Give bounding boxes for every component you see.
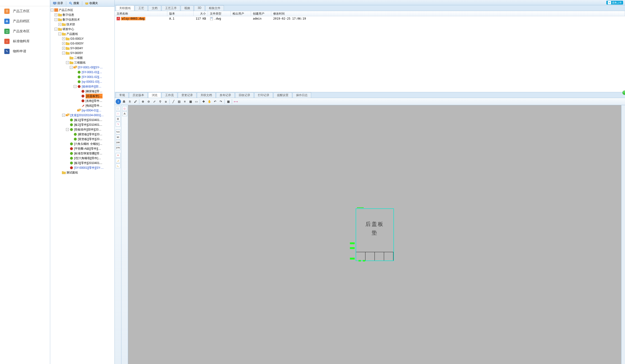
- layer-button[interactable]: ▤: [176, 99, 182, 104]
- tree-node[interactable]: 测试图纸: [51, 170, 114, 175]
- tab-video[interactable]: 视频: [181, 5, 194, 11]
- subtab-oplog[interactable]: 操作日志: [293, 92, 311, 98]
- tree-node-part[interactable]: [竖垫板][零件][20…: [51, 137, 114, 142]
- tree-node[interactable]: − 数字信息技术: [51, 17, 114, 22]
- tree-node-part[interactable]: [电线][零件…: [51, 103, 114, 108]
- info-button[interactable]: i: [116, 99, 121, 104]
- tree-node[interactable]: + SY-0004Y: [51, 46, 114, 51]
- print-button[interactable]: 🖶: [122, 99, 127, 104]
- tree-node-assembly[interactable]: − [垫板组件][部件][20…: [51, 127, 114, 132]
- tree-node-part[interactable]: [sy-00001-03]…: [51, 79, 114, 84]
- nav-item-publish[interactable]: ◫ 产品发布区: [0, 26, 50, 36]
- subtab-recycle[interactable]: 回收记录: [235, 92, 254, 98]
- quick-upload-button[interactable]: ∞ 提换上传: [606, 1, 623, 4]
- expander-icon[interactable]: −: [55, 18, 57, 21]
- tree-node[interactable]: + 数字信息: [51, 12, 114, 17]
- tree-node-part[interactable]: [板3][零件][2010401…: [51, 161, 114, 165]
- tree-node-part[interactable]: [橡胶板][零…: [51, 89, 114, 94]
- col-checkout[interactable]: 检出用户: [231, 11, 251, 16]
- tree-node-part[interactable]: [横垫板][零件][20…: [51, 132, 114, 137]
- subtab-workflow[interactable]: 工作流: [161, 92, 177, 98]
- tree-node[interactable]: − 三维图纸: [51, 60, 114, 65]
- vt-rot90-icon[interactable]: 90: [116, 135, 121, 140]
- nav-collapse-strip[interactable]: [0, 2, 50, 6]
- col-name[interactable]: 文档名称: [115, 11, 167, 16]
- vt2-tool2-icon[interactable]: 共: [122, 111, 127, 116]
- tree-node-part[interactable]: [六角头螺栓 全螺纹]…: [51, 142, 114, 146]
- tree-node-part[interactable]: [名称][零件…: [51, 98, 114, 103]
- file-row[interactable]: wlsy-0003.dwg A.1 117 KB .dwg admin 2019…: [115, 16, 625, 21]
- catalog-button[interactable]: 目录: [51, 1, 65, 6]
- redo-button[interactable]: ↷: [218, 99, 223, 104]
- zoom-window-button[interactable]: ⧈: [163, 99, 168, 104]
- expander-icon[interactable]: −: [74, 85, 76, 88]
- tree-node-part-selected[interactable]: [后盖板垫]…: [51, 94, 114, 98]
- subtab-publish[interactable]: 发布记录: [216, 92, 235, 98]
- subtab-general[interactable]: 常规: [116, 92, 128, 98]
- subtab-reldocs[interactable]: 关联文档: [197, 92, 216, 98]
- subtab-browse[interactable]: 浏览: [148, 92, 161, 98]
- vt-arrow-icon[interactable]: ↷: [116, 122, 121, 127]
- vt2-tool1-icon[interactable]: ◱: [122, 106, 127, 111]
- tree-node-assembly[interactable]: − [箱体组件][部…: [51, 84, 114, 89]
- expander-icon[interactable]: −: [51, 9, 54, 11]
- measure-button[interactable]: ⟷: [233, 99, 238, 104]
- vt-flip-v-icon[interactable]: ◺: [116, 163, 121, 168]
- subtab-history[interactable]: 历史版本: [129, 92, 148, 98]
- copy-button[interactable]: ⎘: [127, 99, 132, 104]
- tree-node[interactable]: + GS-0001Y: [51, 36, 114, 41]
- tree-node-part[interactable]: [SY-0001-02][…: [51, 75, 114, 79]
- rect-tool-button[interactable]: ▭: [194, 99, 199, 104]
- col-modified[interactable]: 修改时间: [271, 11, 625, 16]
- nav-item-workspace[interactable]: ☰ 产品工作区: [0, 6, 50, 16]
- tree-node-part[interactable]: [标准型弹簧垫圈][零…: [51, 151, 114, 156]
- expander-icon[interactable]: −: [66, 128, 69, 131]
- tree-node[interactable]: − SY-0005Y: [51, 51, 114, 56]
- vt-delete-icon[interactable]: ✕: [116, 153, 121, 158]
- vt-pan-icon[interactable]: ⬚: [116, 106, 121, 111]
- vt-flip-h-icon[interactable]: ◿: [116, 158, 121, 163]
- drawing-canvas[interactable]: ▬▬▬▬ 后盖板 垫: [128, 105, 621, 364]
- scrollbar-vertical[interactable]: [621, 105, 625, 364]
- tab-procop[interactable]: 工艺工序: [161, 5, 180, 11]
- tree-node-part[interactable]: [I型六角螺母][零件]…: [51, 156, 114, 161]
- tab-inspect[interactable]: 检验文件: [205, 5, 224, 11]
- tab-3d[interactable]: 3D: [194, 5, 205, 11]
- expander-icon[interactable]: +: [62, 47, 65, 50]
- tree-node-assembly[interactable]: [sy-0004-01][…: [51, 108, 114, 113]
- col-creator[interactable]: 创建用户: [251, 11, 271, 16]
- search-button[interactable]: 搜索: [67, 1, 81, 6]
- tab-docs[interactable]: 文档: [148, 5, 161, 11]
- align-button[interactable]: ≡: [182, 99, 188, 104]
- expander-icon[interactable]: −: [66, 61, 69, 64]
- tree-node-part[interactable]: [板2][零件][2010401…: [51, 122, 114, 127]
- zoom-out-button[interactable]: ⊖: [146, 99, 151, 104]
- tree-node-assembly[interactable]: − [SY-0001-00][SY-…: [51, 65, 114, 70]
- nav-item-stdmat[interactable]: ⌂ 标准物料库: [0, 36, 50, 46]
- vt-tool1-icon[interactable]: □: [116, 111, 121, 116]
- expander-icon[interactable]: +: [55, 13, 57, 16]
- grid-button[interactable]: ▦: [226, 99, 231, 104]
- vt-text-icon[interactable]: 亚: [116, 117, 121, 121]
- color-tool-button[interactable]: ▦: [188, 99, 193, 104]
- tree-node[interactable]: + GS-0003Y: [51, 41, 114, 46]
- tree-node-part[interactable]: [平垫圈-A级][零件][…: [51, 146, 114, 151]
- expander-icon[interactable]: +: [58, 23, 61, 26]
- zoom-in-button[interactable]: ⊕: [140, 99, 146, 104]
- tree-node[interactable]: 二维图: [51, 56, 114, 60]
- col-version[interactable]: 版本: [167, 11, 194, 16]
- tree-node-root[interactable]: − 产品工作区: [51, 8, 114, 12]
- nav-item-matreq[interactable]: ✎ 物料申请: [0, 46, 50, 56]
- tree[interactable]: − 产品工作区 + 数字信息 − 数字信息技术 + 技术部: [50, 7, 115, 364]
- tree-node-part[interactable]: [SY-00001][零件][SY-…: [51, 165, 114, 170]
- expander-icon[interactable]: −: [70, 66, 73, 69]
- expander-icon[interactable]: −: [55, 28, 57, 30]
- vt-rot180-icon[interactable]: 180: [116, 140, 121, 145]
- expander-icon[interactable]: −: [58, 32, 61, 35]
- zoom-actual-button[interactable]: ⚲: [157, 99, 163, 104]
- tree-node-part[interactable]: [SY-0001-01][…: [51, 70, 114, 75]
- undo-button[interactable]: ↶: [213, 99, 218, 104]
- vt-rot0-icon[interactable]: ↻0: [116, 129, 121, 134]
- expander-icon[interactable]: +: [62, 37, 65, 40]
- tree-node[interactable]: − 产品图纸: [51, 31, 114, 36]
